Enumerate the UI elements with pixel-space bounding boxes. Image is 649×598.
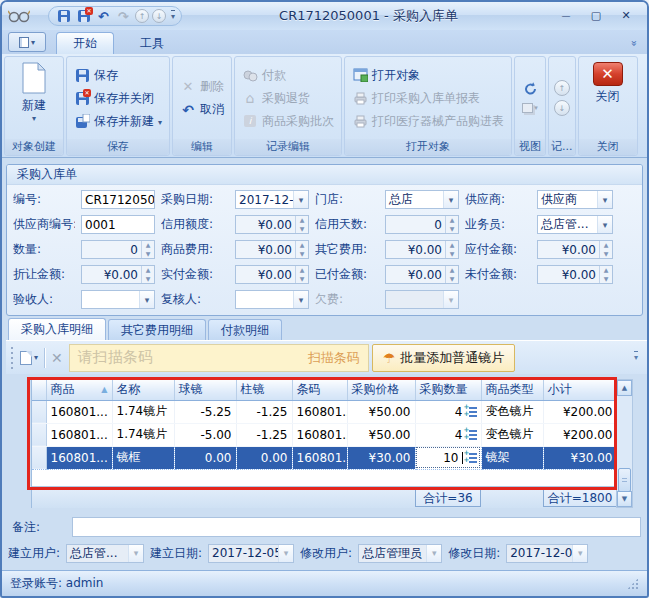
new-button[interactable]: 新建: [8, 59, 60, 123]
close-form-button[interactable]: 关闭: [582, 59, 634, 105]
scan-placeholder: 请扫描条码: [78, 348, 308, 367]
table-row[interactable]: 160801... 1.74镜片 -5.00 -1.25 160801... ¥…: [32, 423, 617, 446]
created-by-select: 总店管...: [66, 544, 144, 563]
tab-other-cost-detail[interactable]: 其它费用明细: [108, 319, 206, 340]
table-row[interactable]: 160801... 1.74镜片 -5.25 -1.25 160801... ¥…: [32, 400, 617, 423]
record-up-icon[interactable]: [554, 80, 570, 96]
reviewer-select[interactable]: [235, 290, 309, 309]
batch-numbers-icon[interactable]: [466, 452, 477, 463]
save-icon[interactable]: [55, 8, 72, 24]
resize-grip[interactable]: [627, 578, 639, 590]
barcode-scan-input[interactable]: 请扫描条码 扫描条码: [69, 344, 369, 372]
view-layout-button[interactable]: [518, 98, 542, 118]
redo-icon[interactable]: [115, 8, 132, 24]
row-indicator-header: [32, 379, 46, 400]
modified-by-label: 修改用户:: [300, 545, 352, 562]
tab-payment-detail[interactable]: 付款明细: [208, 319, 282, 340]
paid-actual-stepper[interactable]: ¥0.00: [235, 265, 309, 284]
save-and-close-button[interactable]: 保存并关闭: [70, 87, 166, 110]
salesperson-select[interactable]: 总店管...: [537, 215, 613, 234]
col-price[interactable]: 采购价格: [347, 379, 415, 400]
scrollbar-thumb[interactable]: [618, 468, 631, 492]
ribbon-group-view: 视图: [514, 56, 546, 156]
col-sphere[interactable]: 球镜: [174, 379, 236, 400]
delete-row-button[interactable]: [48, 347, 66, 369]
ribbon-group-record-edit: 付款 采购退货 商品采购批次 记录编辑: [234, 56, 342, 156]
close-button[interactable]: [615, 8, 637, 24]
table-row-selected[interactable]: 160801... 镜框 0.00 0.00 160801... ¥30.00 …: [32, 446, 617, 469]
refresh-button[interactable]: [518, 78, 542, 98]
tab-start[interactable]: 开始: [56, 32, 114, 54]
col-qty[interactable]: 采购数量: [415, 379, 481, 400]
quantity-stepper[interactable]: 0: [81, 240, 155, 259]
spinner-arrows: [445, 266, 458, 283]
field-label-supplier: 供应商:: [465, 191, 531, 208]
grid-empty-area[interactable]: [32, 470, 616, 488]
batch-numbers-icon[interactable]: [466, 429, 477, 440]
qat-overflow-icon[interactable]: [171, 12, 175, 21]
add-row-button[interactable]: [17, 347, 41, 369]
ribbon-group-close: 关闭 关闭: [578, 56, 638, 156]
save-button[interactable]: 保存: [70, 64, 166, 87]
tab-receipt-detail[interactable]: 采购入库明细: [8, 318, 106, 340]
save-and-new-button[interactable]: 保存并新建: [70, 110, 166, 133]
field-label-unpaid: 未付金额:: [465, 266, 531, 283]
scroll-up-icon[interactable]: [617, 380, 632, 396]
batch-numbers-icon[interactable]: [466, 406, 477, 417]
scroll-down-icon[interactable]: [617, 491, 632, 507]
modified-date-picker: 2017-12-0: [506, 544, 588, 563]
col-type[interactable]: 商品类型: [481, 379, 543, 400]
undo-icon[interactable]: [95, 8, 112, 24]
purchase-receipt-form: 采购入库单 编号: CR1712050 采购日期: 2017-12-0 门店: …: [6, 164, 643, 316]
remark-input[interactable]: [72, 517, 641, 537]
chevron-down-icon: [293, 291, 308, 308]
record-down-icon[interactable]: [554, 100, 570, 116]
store-select[interactable]: 总店: [385, 190, 459, 209]
discount-stepper[interactable]: ¥0.00: [81, 265, 155, 284]
paid-stepper[interactable]: ¥0.00: [385, 265, 459, 284]
tab-tools[interactable]: 工具: [124, 32, 180, 54]
toolbar-overflow-icon[interactable]: [629, 353, 643, 362]
col-name[interactable]: 名称: [112, 379, 174, 400]
chevron-down-icon: [128, 545, 143, 562]
chevron-down-icon: [572, 545, 587, 562]
col-barcode[interactable]: 条码: [292, 379, 347, 400]
chevron-down-icon: [426, 545, 441, 562]
qty-edit-cell[interactable]: 10: [415, 446, 481, 469]
payable-stepper[interactable]: ¥0.00: [537, 240, 613, 259]
save-close-icon[interactable]: [75, 8, 92, 24]
collapse-ribbon-icon[interactable]: [625, 39, 641, 50]
col-subtotal[interactable]: 小计: [543, 379, 617, 400]
vertical-scrollbar[interactable]: [616, 379, 633, 508]
unpaid-stepper[interactable]: ¥0.00: [537, 265, 613, 284]
field-label-arrears: 欠费:: [315, 291, 379, 308]
field-label-credit-days: 信用天数:: [315, 216, 379, 233]
credit-days-stepper[interactable]: 0: [385, 215, 459, 234]
goods-cost-stepper[interactable]: ¥0.00: [235, 240, 309, 259]
number-input[interactable]: CR1712050: [81, 190, 155, 209]
cancel-button[interactable]: 取消: [176, 98, 228, 121]
credit-limit-stepper[interactable]: ¥0.00: [235, 215, 309, 234]
previous-record-icon[interactable]: [135, 9, 149, 23]
field-label-discount: 折让金额:: [13, 266, 75, 283]
field-label-credit-limit: 信用额度:: [161, 216, 229, 233]
spinner-arrows: [141, 266, 154, 283]
supplier-number-input[interactable]: 0001: [81, 215, 155, 234]
col-cylinder[interactable]: 柱镜: [236, 379, 292, 400]
open-object-button[interactable]: 打开对象: [348, 64, 508, 87]
supplier-select[interactable]: 供应商: [537, 190, 613, 209]
toolbar-grip[interactable]: [10, 347, 14, 369]
meta-row: 建立用户: 总店管... 建立日期: 2017-12-05 修改用户: 总店管理…: [2, 542, 647, 564]
maximize-button[interactable]: [585, 8, 607, 24]
cancel-undo-icon: [180, 102, 196, 118]
other-cost-stepper[interactable]: ¥0.00: [385, 240, 459, 259]
batch-add-lens-button[interactable]: 批量添加普通镜片: [372, 344, 516, 372]
purchase-date-picker[interactable]: 2017-12-0: [235, 190, 309, 209]
next-record-icon[interactable]: [152, 9, 166, 23]
col-product[interactable]: 商品: [46, 379, 112, 400]
new-document-icon: [21, 62, 47, 97]
inspector-select[interactable]: [81, 290, 155, 309]
minimize-button[interactable]: [555, 8, 577, 24]
scan-toolbar: 请扫描条码 扫描条码 批量添加普通镜片: [6, 340, 647, 374]
app-menu-button[interactable]: [8, 32, 46, 52]
